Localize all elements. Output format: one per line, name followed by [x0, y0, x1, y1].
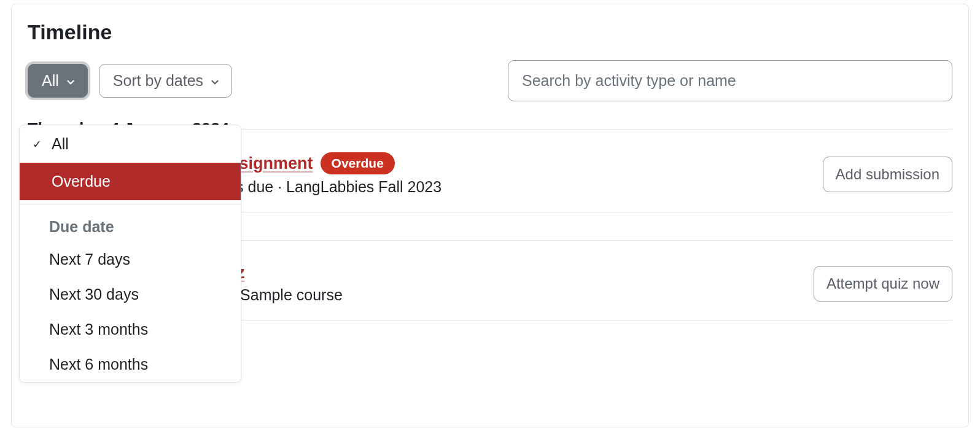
attempt-quiz-button[interactable]: Attempt quiz now	[814, 266, 952, 302]
filter-option-overdue[interactable]: Overdue	[20, 163, 241, 200]
overdue-badge: Overdue	[321, 152, 395, 174]
filter-button-label: All	[42, 73, 59, 88]
search-input[interactable]	[508, 60, 952, 101]
filter-option-all[interactable]: ✓ All	[20, 125, 241, 163]
filter-option-next-7-days[interactable]: Next 7 days	[20, 242, 241, 277]
dropdown-section-header: Due date	[20, 208, 241, 242]
filter-option-next-3-months[interactable]: Next 3 months	[20, 312, 241, 347]
dropdown-divider	[20, 204, 241, 204]
page-title: Timeline	[28, 20, 952, 44]
filter-dropdown: ✓ All Overdue Due date Next 7 days Next …	[19, 125, 241, 383]
chevron-down-icon	[209, 77, 218, 85]
filter-option-next-6-months[interactable]: Next 6 months	[20, 347, 241, 382]
divider-line	[238, 129, 952, 130]
add-submission-button[interactable]: Add submission	[823, 157, 952, 192]
search-container	[508, 60, 952, 101]
chevron-down-icon	[65, 77, 74, 85]
divider-line	[206, 240, 952, 241]
filter-option-label: All	[52, 135, 69, 153]
timeline-card: Timeline All Sort by dates Thursday, 4 J…	[11, 4, 969, 427]
filter-option-next-30-days[interactable]: Next 30 days	[20, 277, 241, 312]
filter-option-label: Overdue	[52, 173, 111, 190]
filter-button[interactable]: All	[28, 64, 88, 98]
sort-button[interactable]: Sort by dates	[99, 64, 232, 98]
check-icon: ✓	[31, 138, 43, 151]
sort-button-label: Sort by dates	[113, 73, 203, 88]
controls-row: All Sort by dates	[28, 60, 952, 101]
